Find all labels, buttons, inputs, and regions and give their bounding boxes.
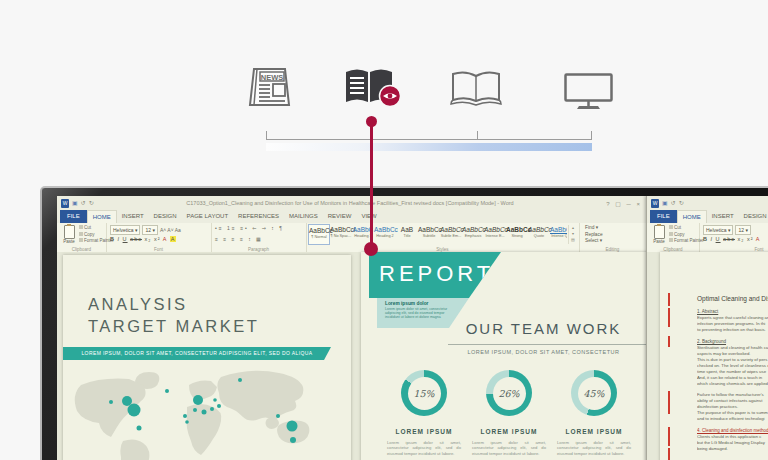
ribbon-tabs: FILEHOMEINSERTDESIGNPAGE LAYOUTREFERENCE…: [57, 210, 646, 223]
style-chip[interactable]: AaBbCc Strong: [506, 224, 528, 245]
ribbon-tab[interactable]: REVIEW: [323, 210, 357, 223]
world-map: [71, 367, 343, 460]
style-chip[interactable]: AaBbCc Heading 2: [374, 224, 396, 245]
monitor-bezel: W ▣ ↺ ↻ C17033_Option1_Cleaning and Disi…: [40, 186, 768, 460]
map-dot: [238, 378, 242, 382]
style-chip[interactable]: AaBbCc Subtle Em...: [440, 224, 462, 245]
font-name-dropdown[interactable]: Helvetica ▾: [110, 225, 140, 235]
tracked-change-bar: [668, 293, 670, 306]
ribbon-tab[interactable]: HOME: [677, 210, 707, 223]
donut-chart-1: 15%: [401, 370, 447, 416]
title-bar[interactable]: W ▣ ↺ ↻: [647, 196, 768, 210]
paragraph-buttons-row1[interactable]: •≡ 1≡ ≡• ⇐ ⇒ ↕ ¶: [215, 225, 284, 231]
newspaper-icon[interactable]: NEWS: [246, 67, 292, 107]
style-chip[interactable]: AaB Title: [396, 224, 418, 245]
tracked-change-bar: [668, 427, 670, 446]
map-dot: [122, 396, 132, 406]
save-icon[interactable]: ▣: [72, 199, 78, 207]
open-book-icon[interactable]: [450, 70, 502, 108]
undo-icon[interactable]: ↺: [671, 199, 676, 207]
ribbon-tab[interactable]: HOME: [87, 210, 117, 223]
map-dot: [213, 398, 217, 402]
donut-percent: 45%: [571, 370, 617, 416]
document-page-analysis: ANALYSIS TARGET MARKET LOREM IPSUM, DOLO…: [63, 255, 351, 460]
document-page-report: REPORT Lorem ipsum dolor Lorem ipsum dol…: [361, 252, 649, 460]
divider-line: [448, 344, 646, 345]
ribbon-tab[interactable]: REFERENCES: [233, 210, 284, 223]
style-chip[interactable]: AaBbCc Intense E...: [484, 224, 506, 245]
styles-gallery: AaBbCc ¶ Normal AaBbCcI ¶ No Spac... AaB…: [308, 224, 567, 245]
ribbon-tab[interactable]: DESIGN: [739, 210, 768, 223]
document-area: ANALYSIS TARGET MARKET LOREM IPSUM, DOLO…: [57, 252, 646, 460]
undo-icon[interactable]: ↺: [81, 199, 86, 207]
clipboard-group: Paste Cut Copy Format Painter Clipboard: [647, 223, 700, 252]
clipboard-icon: [64, 225, 75, 239]
quick-access-toolbar[interactable]: W ▣ ↺ ↻: [651, 199, 684, 208]
ribbon-tab[interactable]: INSERT: [117, 210, 149, 223]
connector-dot-bottom: [364, 242, 378, 256]
target-market-heading: TARGET MARKET: [88, 317, 259, 336]
monitor-icon[interactable]: [564, 73, 614, 111]
word-window-left: W ▣ ↺ ↻ C17033_Option1_Cleaning and Disi…: [57, 196, 646, 460]
connector-line: [370, 121, 373, 248]
ribbon-tab[interactable]: FILE: [650, 210, 677, 223]
ribbon-tab[interactable]: INSERT: [707, 210, 739, 223]
donut-text: Lorem ipsum dolor sit amet, consectetur …: [557, 440, 631, 456]
map-dot: [290, 437, 296, 443]
feature-slider-track[interactable]: [266, 131, 592, 140]
style-chip[interactable]: AaBbCc Quote: [528, 224, 550, 245]
style-chip[interactable]: AaBbCcI ¶ No Spac...: [330, 224, 352, 245]
map-dot: [137, 426, 142, 431]
donut-chart-2: 26%: [486, 370, 532, 416]
font-size-dropdown[interactable]: 12 ▾: [735, 225, 750, 235]
paste-button[interactable]: Paste: [651, 225, 667, 244]
donut-chart-3: 45%: [571, 370, 617, 416]
ribbon-tabs: FILEHOMEINSERTDESIGNPAGE LAYOUT: [647, 210, 768, 223]
team-work-heading: OUR TEAM WORK: [446, 320, 641, 337]
ribbon-tab[interactable]: MAILINGS: [284, 210, 323, 223]
map-dot: [193, 408, 197, 412]
title-bar[interactable]: W ▣ ↺ ↻ C17033_Option1_Cleaning and Disi…: [57, 196, 646, 210]
tracked-change-bar: [668, 336, 670, 347]
feature-slider-bar[interactable]: [266, 143, 592, 151]
clipboard-group: Paste Cut Copy Format Painter Clipboard: [57, 223, 107, 252]
donut-label: LOREM IPSUM: [384, 428, 464, 435]
font-size-buttons[interactable]: A˄ A˅ Aa: [160, 227, 181, 233]
map-dot: [276, 414, 280, 418]
tracked-change-bar: [668, 448, 670, 460]
analysis-heading: ANALYSIS: [88, 295, 187, 314]
font-name-dropdown[interactable]: Helvetica ▾: [703, 225, 733, 235]
tracked-change-bar: [668, 308, 670, 327]
font-size-dropdown[interactable]: 12 ▾: [142, 225, 157, 235]
style-chip[interactable]: AaBbCc Intense Q...: [550, 224, 567, 245]
style-chip[interactable]: AaBbCc ¶ Normal: [308, 224, 330, 245]
ribbon-tab[interactable]: PAGE LAYOUT: [182, 210, 233, 223]
editing-group: Find ▾ReplaceSelect ▾ Editing: [579, 223, 646, 252]
paragraph-buttons-row2[interactable]: ≡ ≡ ≡ ≡ ↕ ▦: [215, 236, 263, 242]
paper-title: Optimal Cleaning and Disinfection: [697, 295, 768, 302]
donut-label: LOREM IPSUM: [554, 428, 634, 435]
font-format-buttons[interactable]: B I U abc x₂ x² A A: [110, 236, 176, 242]
style-chip[interactable]: AaBbCc Emphasis: [462, 224, 484, 245]
reader-mode-book-icon[interactable]: [344, 66, 402, 108]
editing-command[interactable]: Select ▾: [585, 238, 603, 245]
word-window-right: W ▣ ↺ ↻ FILEHOMEINSERTDESIGNPAGE LAYOUT …: [646, 196, 768, 460]
gallery-scroll[interactable]: ▴▾▤: [568, 225, 577, 244]
ribbon-tab[interactable]: DESIGN: [149, 210, 182, 223]
slider-tick: [591, 131, 592, 139]
slider-tick: [477, 131, 478, 139]
document-area: Optimal Cleaning and Disinfection 1. Abs…: [647, 252, 768, 460]
paragraph-group: •≡ 1≡ ≡• ⇐ ⇒ ↕ ¶ ≡ ≡ ≡ ≡ ↕ ▦ Paragraph: [211, 223, 307, 252]
map-dot: [193, 395, 203, 405]
ribbon-tab[interactable]: FILE: [60, 210, 87, 223]
quick-access-toolbar[interactable]: W ▣ ↺ ↻: [61, 199, 94, 208]
map-dot: [217, 404, 221, 408]
redo-icon[interactable]: ↻: [679, 199, 684, 207]
save-icon[interactable]: ▣: [662, 199, 668, 207]
styles-group: AaBbCc ¶ Normal AaBbCcI ¶ No Spac... AaB…: [306, 223, 580, 252]
font-format-buttons[interactable]: B I U abc x₂ x² A: [703, 236, 760, 242]
clipboard-icon: [654, 225, 665, 239]
style-chip[interactable]: AaBbCc Subtitle: [418, 224, 440, 245]
paste-button[interactable]: Paste: [61, 225, 77, 244]
window-controls[interactable]: ? ▢ ─ ×: [606, 200, 642, 207]
